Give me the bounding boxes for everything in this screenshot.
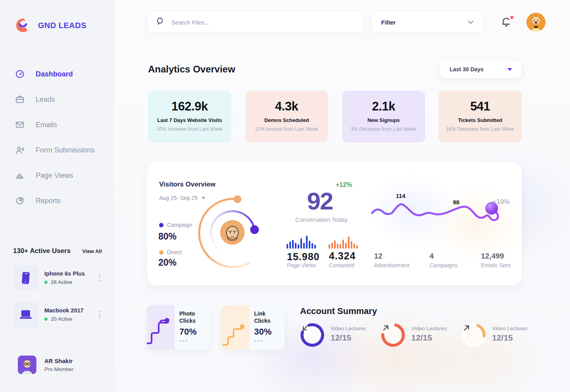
sidebar-item-reports[interactable]: Reports xyxy=(0,188,115,213)
card-value: 70% xyxy=(179,327,207,337)
stat-card-demos-scheduled: 4.3k Demos Scheduled 12% Increse from La… xyxy=(245,91,328,143)
page-views-mini-chart xyxy=(287,235,316,249)
notifications-button[interactable] xyxy=(501,17,513,29)
sidebar-item-label: Page Views xyxy=(36,171,73,180)
page-title: Analytics Overview xyxy=(148,64,235,75)
active-dot-icon xyxy=(44,281,48,284)
brand-name: GND LEADS xyxy=(38,21,86,30)
page-views-value: 15.980 xyxy=(287,251,319,263)
campaign-dot-icon xyxy=(159,223,163,227)
device-name: Iphone 6s Plus xyxy=(44,270,97,277)
profile-role: Pro Member xyxy=(44,366,74,372)
page-views-label: Page Views xyxy=(287,262,316,268)
trend-line-chart xyxy=(361,191,511,236)
emails-sent-value: 12,499 xyxy=(481,252,504,261)
direct-value: 20% xyxy=(158,257,177,268)
ring-value: 12/15 xyxy=(411,333,447,343)
sidebar-item-page-views[interactable]: Page Views xyxy=(0,163,115,188)
search-icon xyxy=(156,17,165,28)
card-title: Link Clicks xyxy=(254,310,281,324)
envelope-icon xyxy=(15,120,25,129)
person-lines-icon xyxy=(15,145,25,155)
bar-chart-icon xyxy=(15,171,25,180)
ring-label: Video Lectures xyxy=(331,325,366,331)
active-dot-icon xyxy=(44,318,48,321)
line-point-98: 98 xyxy=(453,199,460,206)
emails-sent-label: Emails Sent xyxy=(481,262,511,268)
sidebar-nav: Dashboard Leads Emails xyxy=(0,61,115,213)
more-dots-icon[interactable] xyxy=(254,340,281,342)
sidebar-item-label: Emails xyxy=(36,121,57,129)
avatar[interactable] xyxy=(526,13,545,32)
ring-value: 12/15 xyxy=(492,333,528,343)
campaign-arc-dot xyxy=(250,225,259,234)
stat-value: 162.9k xyxy=(148,99,231,114)
stat-card-new-signups: 2.1k New Signups 3% Decrease from Last W… xyxy=(342,91,425,143)
advertisement-label: Advertisement xyxy=(374,262,409,268)
conversation-label: Conversation Today xyxy=(294,216,349,223)
stat-sub: 3% Decrease from Last Week xyxy=(342,126,425,132)
laptop-icon xyxy=(13,302,38,327)
stat-label: Tickets Submitted xyxy=(439,117,522,123)
dashboard-gauge-icon xyxy=(15,69,25,79)
kebab-menu-icon[interactable] xyxy=(97,273,102,283)
device-row-iphone[interactable]: Iphone 6s Plus 26 Active xyxy=(13,265,102,290)
date-range-label: Last 30 Days xyxy=(450,66,484,72)
sidebar-item-form-submissions[interactable]: Form Submissions xyxy=(0,137,115,163)
chevron-down-icon xyxy=(467,19,474,26)
sidebar-item-emails[interactable]: Emails xyxy=(0,112,115,137)
direct-arc-dot xyxy=(234,195,241,203)
sidebar-item-label: Reports xyxy=(36,197,61,205)
device-row-macbook[interactable]: Macbook 2017 20 Active xyxy=(13,302,102,327)
sidebar-item-dashboard[interactable]: Dashboard xyxy=(0,61,115,87)
stat-sub: 16% Decrease from Last Week xyxy=(439,126,522,132)
ring-value: 12/15 xyxy=(331,333,366,343)
progress-ring-2: Video Lectures 12/15 xyxy=(380,322,406,348)
sidebar-item-label: Form Submissions xyxy=(36,146,95,154)
active-users-header: 130+ Active Users View All xyxy=(13,247,102,255)
bell-icon xyxy=(501,17,511,28)
line-change: +10% xyxy=(492,198,510,206)
bald-man-face-icon xyxy=(226,226,238,241)
view-all-link[interactable]: View All xyxy=(82,248,102,254)
more-dots-icon[interactable] xyxy=(179,340,207,342)
direct-dot-icon xyxy=(159,250,163,255)
account-summary-title: Account Summary xyxy=(300,306,377,316)
contacted-mini-chart xyxy=(329,235,358,249)
contacted-value: 4.324 xyxy=(329,250,356,262)
avatar xyxy=(18,356,36,374)
user-profile[interactable]: AR Shakir Pro Member xyxy=(18,356,74,374)
step-line-chart-purple xyxy=(147,305,175,350)
arrow-down-left-icon xyxy=(300,322,311,333)
stat-sub: 10% Increase from Last Week xyxy=(148,126,231,132)
visitors-overview-card: Visitors Overview Aug 25- Sep 25 Campaig… xyxy=(147,162,522,285)
device-info: Macbook 2017 20 Active xyxy=(44,307,97,322)
line-point-114: 114 xyxy=(396,192,405,199)
sidebar: GND LEADS Dashboard Leads xyxy=(0,0,115,392)
search-bar xyxy=(147,11,364,33)
phone-icon xyxy=(13,265,38,290)
stat-sub: 12% Increse from Last Week xyxy=(245,126,328,132)
arrow-up-right-icon xyxy=(461,322,472,333)
date-range-dropdown[interactable]: Last 30 Days xyxy=(440,61,522,78)
device-status: 26 Active xyxy=(44,279,97,285)
legend-direct: Direct xyxy=(159,249,182,255)
sidebar-item-leads[interactable]: Leads xyxy=(0,87,115,112)
stat-card-website-visits: 162.9k Last 7 Days Website Visits 10% In… xyxy=(148,91,231,143)
device-status: 20 Active xyxy=(44,316,97,322)
logo[interactable]: GND LEADS xyxy=(15,17,86,33)
search-input[interactable] xyxy=(171,19,356,26)
stat-label: New Signups xyxy=(342,117,425,123)
stat-value: 2.1k xyxy=(342,99,425,114)
visitors-donut-chart xyxy=(187,187,278,278)
filter-dropdown[interactable]: Filter xyxy=(371,11,484,33)
device-name: Macbook 2017 xyxy=(44,307,97,314)
kebab-menu-icon[interactable] xyxy=(97,310,102,320)
device-info: Iphone 6s Plus 26 Active xyxy=(44,270,97,285)
campaigns-value: 4 xyxy=(429,252,434,261)
profile-name: AR Shakir xyxy=(44,358,74,364)
app-root: GND LEADS Dashboard Leads xyxy=(0,0,570,392)
card-title: Photo Clicks xyxy=(179,310,207,324)
campaigns-label: Campaigns xyxy=(429,262,458,268)
sidebar-item-label: Dashboard xyxy=(36,70,73,78)
